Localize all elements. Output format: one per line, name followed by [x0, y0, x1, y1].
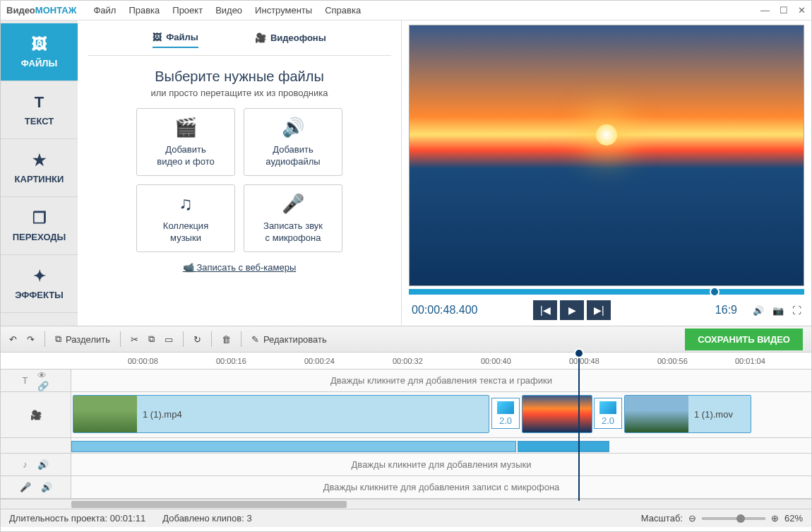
zoom-value: 62% — [784, 513, 803, 524]
text-track: T👁🔗 Дважды кликните для добавления текст… — [1, 370, 811, 392]
text-icon: T — [35, 93, 44, 112]
menu-tools[interactable]: Инструменты — [255, 5, 312, 16]
menu-edit[interactable]: Правка — [129, 5, 160, 16]
toolbar: ↶ ↷ ⧉ Разделить ✂ ⧉ ▭ ↻ 🗑 ✎ Редактироват… — [1, 326, 811, 353]
volume-icon[interactable]: 🔊 — [753, 305, 764, 316]
film-icon: 🎬 — [174, 116, 197, 140]
undo-button[interactable]: ↶ — [9, 334, 17, 345]
mute-icon[interactable]: 🔊 — [37, 459, 49, 470]
titlebar: ВидеоМОНТАЖ Файл Правка Проект Видео Инс… — [1, 1, 811, 20]
video-track-icon: 🎥 — [30, 410, 42, 420]
edit-button[interactable]: ✎ Редактировать — [251, 334, 327, 345]
tab-files[interactable]: 🖼Файлы — [153, 32, 198, 48]
menu-project[interactable]: Проект — [172, 5, 203, 16]
cut-button[interactable]: ✂ — [131, 334, 138, 345]
clip-1[interactable]: 1 (1).mp4 — [73, 395, 489, 433]
audio-clip-2[interactable] — [518, 441, 609, 452]
music-collection-button[interactable]: ♫Коллекциямузыки — [136, 184, 235, 252]
transition-1[interactable]: 2.0 — [491, 398, 520, 429]
add-audio-button[interactable]: 🔊Добавитьаудиофайлы — [244, 108, 342, 176]
visibility-icon[interactable]: 👁🔗 — [37, 370, 49, 391]
play-button[interactable]: ▶ — [560, 300, 584, 320]
zoom-in-button[interactable]: ⊕ — [771, 513, 779, 524]
time-ruler[interactable]: 00:00:0800:00:1600:00:2400:00:3200:00:40… — [1, 353, 811, 370]
project-duration: 00:01:11 — [110, 513, 146, 524]
prev-button[interactable]: |◀ — [533, 300, 557, 320]
video-audio-track — [1, 438, 811, 454]
sidebar-item-text[interactable]: TТЕКСТ — [1, 81, 78, 139]
audio-clip-1[interactable] — [71, 441, 516, 452]
timeline: 00:00:0800:00:1600:00:2400:00:3200:00:40… — [1, 353, 811, 509]
sidebar-item-transitions[interactable]: ❐ПЕРЕХОДЫ — [1, 197, 78, 255]
clip-2[interactable] — [522, 395, 592, 433]
music-icon: ♫ — [179, 192, 193, 216]
music-track-icon: ♪ — [23, 459, 28, 470]
clip-3[interactable]: 1 (1).mov — [624, 395, 751, 433]
preview-panel: 00:00:48.400 |◀ ▶ ▶| 16:9 🔊 📷 ⛶ — [402, 20, 811, 326]
transitions-icon: ❐ — [32, 209, 47, 227]
sidebar: 🖼ФАЙЛЫ TТЕКСТ ★КАРТИНКИ ❐ПЕРЕХОДЫ ✦ЭФФЕК… — [1, 20, 78, 326]
prompt-heading: Выберите нужные файлы — [88, 69, 391, 85]
split-button[interactable]: ⧉ Разделить — [55, 333, 110, 345]
next-button[interactable]: ▶| — [587, 300, 611, 320]
wand-icon: ✦ — [33, 267, 46, 285]
audio-file-icon: 🔊 — [282, 116, 304, 140]
sidebar-item-effects[interactable]: ✦ЭФФЕКТЫ — [1, 255, 78, 313]
star-icon: ★ — [32, 151, 47, 170]
delete-button[interactable]: 🗑 — [222, 334, 231, 345]
transition-2[interactable]: 2.0 — [594, 398, 622, 429]
record-webcam-link[interactable]: 📹 Записать с веб-камеры — [88, 262, 391, 273]
app-title: ВидеоМОНТАЖ — [6, 5, 76, 16]
seek-thumb[interactable] — [710, 287, 720, 297]
prompt-sub: или просто перетащите их из проводника — [88, 88, 391, 98]
tab-backgrounds[interactable]: 🎥Видеофоны — [255, 32, 326, 48]
maximize-icon[interactable]: ☐ — [780, 5, 788, 16]
image-icon: 🖼 — [32, 35, 47, 54]
mic-track: 🎤🔊 Дважды кликните для добавления записи… — [1, 476, 811, 499]
statusbar: Длительность проекта: 00:01:11 Добавлено… — [1, 509, 811, 527]
ratio-button[interactable]: ▭ — [165, 334, 173, 345]
zoom-out-button[interactable]: ⊖ — [688, 513, 696, 524]
menu-file[interactable]: Файл — [93, 5, 116, 16]
mute-icon[interactable]: 🔊 — [41, 482, 52, 492]
rotate-button[interactable]: ↻ — [193, 334, 201, 345]
playhead-line — [578, 353, 580, 501]
save-video-button[interactable]: СОХРАНИТЬ ВИДЕО — [685, 329, 803, 350]
video-track: 🎥 1 (1).mp4 2.0 2.0 1 (1).mov — [1, 392, 811, 438]
text-track-icon: T — [23, 375, 28, 386]
aspect-ratio: 16:9 — [715, 304, 737, 317]
music-track: ♪🔊 Дважды кликните для добавления музыки — [1, 454, 811, 476]
pictures-icon: 🖼 — [153, 32, 162, 42]
add-video-button[interactable]: 🎬Добавитьвидео и фото — [136, 108, 235, 176]
camera-icon: 🎥 — [255, 32, 266, 43]
fullscreen-icon[interactable]: ⛶ — [792, 305, 801, 316]
timecode: 00:00:48.400 — [412, 304, 477, 317]
playhead[interactable] — [574, 348, 584, 358]
snapshot-icon[interactable]: 📷 — [772, 305, 784, 316]
sidebar-item-files[interactable]: 🖼ФАЙЛЫ — [1, 23, 78, 81]
minimize-icon[interactable]: — — [760, 5, 770, 16]
video-preview[interactable] — [409, 25, 804, 286]
mic-track-icon: 🎤 — [20, 482, 31, 492]
close-icon[interactable]: ✕ — [798, 5, 806, 16]
menubar: Файл Правка Проект Видео Инструменты Спр… — [93, 5, 361, 16]
menu-help[interactable]: Справка — [325, 5, 361, 16]
redo-button[interactable]: ↷ — [27, 334, 35, 345]
center-panel: 🖼Файлы 🎥Видеофоны Выберите нужные файлы … — [78, 20, 402, 326]
clip-count: 3 — [246, 513, 251, 524]
seek-bar[interactable] — [409, 289, 804, 295]
timeline-scrollbar[interactable] — [1, 499, 811, 509]
record-mic-button[interactable]: 🎤Записать звукс микрофона — [244, 184, 342, 252]
menu-video[interactable]: Видео — [215, 5, 242, 16]
sidebar-item-pictures[interactable]: ★КАРТИНКИ — [1, 139, 78, 197]
crop-button[interactable]: ⧉ — [148, 333, 155, 345]
zoom-slider[interactable] — [702, 517, 765, 520]
mic-icon: 🎤 — [282, 192, 304, 216]
